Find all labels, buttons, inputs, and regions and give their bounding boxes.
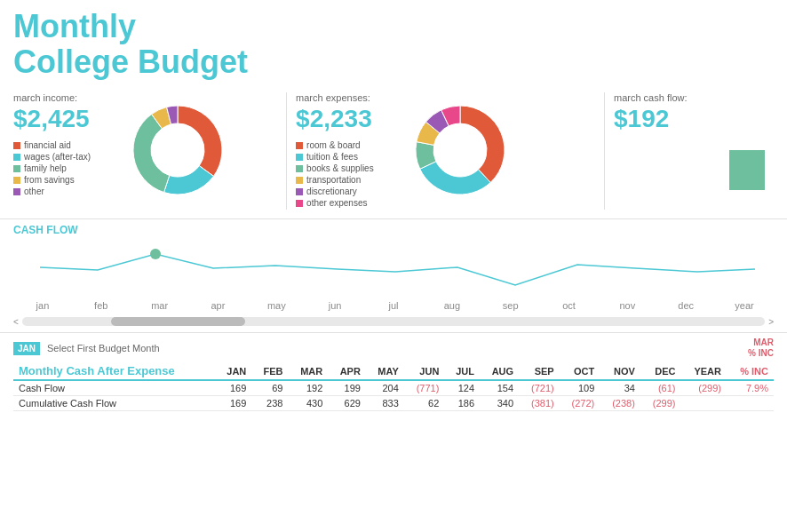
cell-value: 34 <box>600 380 640 396</box>
scroll-right-arrow[interactable]: > <box>768 317 774 327</box>
cell-value: 204 <box>366 380 404 396</box>
cashflow-amount: $192 <box>614 105 711 133</box>
income-text: march income: $2,425 financial aidwages … <box>13 92 111 198</box>
legend-color <box>296 154 303 161</box>
table-row: Cumulative Cash Flow16923843062983362186… <box>13 396 774 411</box>
legend-label: tuition & fees <box>306 152 358 162</box>
cell-value: (771) <box>404 380 445 396</box>
legend-item: from savings <box>13 175 111 185</box>
mar-inc-value <box>727 396 774 411</box>
legend-label: wages (after-tax) <box>24 152 91 162</box>
legend-label: other <box>24 187 44 196</box>
legend-color <box>296 165 303 172</box>
chart-highlight-dot <box>150 249 161 259</box>
cell-value: 109 <box>560 380 600 396</box>
legend-color <box>296 200 303 207</box>
expenses-donut-svg <box>402 92 518 208</box>
page-header: Monthly College Budget <box>0 0 787 83</box>
income-donut <box>120 92 235 208</box>
line-chart-area <box>13 236 774 298</box>
legend-item: transportation <box>296 175 394 185</box>
cell-value: 62 <box>404 396 445 411</box>
mar-inc-value: 7.9% <box>727 380 774 396</box>
legend-color <box>13 142 20 149</box>
scrollbar-area[interactable]: < > <box>13 314 774 329</box>
cashflow-bar <box>729 150 765 190</box>
expenses-legend: room & boardtuition & feesbooks & suppli… <box>296 140 394 208</box>
cell-value: 430 <box>288 396 328 411</box>
table-row: Cash Flow16969192199204(771)124154(721)1… <box>13 380 774 396</box>
cell-value: (721) <box>519 380 560 396</box>
cell-value: 124 <box>444 380 480 396</box>
legend-color <box>13 165 20 172</box>
budget-table: Monthly Cash After ExpenseJANFEBMARAPRMA… <box>13 362 774 411</box>
column-header: OCT <box>560 362 600 380</box>
expenses-donut <box>402 92 518 208</box>
chart-section: CASH FLOW janfebmaraprmayjunjulaugsepoct… <box>0 219 787 333</box>
cashflow-text: march cash flow: $192 <box>614 92 711 140</box>
cell-value: (299) <box>680 380 726 396</box>
legend-label: other expenses <box>306 198 367 208</box>
month-label: dec <box>656 300 715 311</box>
legend-color <box>13 154 20 161</box>
column-header: MAY <box>366 362 404 380</box>
cell-value: (61) <box>640 380 681 396</box>
legend-label: financial aid <box>24 140 71 150</box>
legend-item: financial aid <box>13 140 111 150</box>
legend-label: family help <box>24 163 67 173</box>
month-labels: janfebmaraprmayjunjulaugsepoctnovdecyear <box>13 298 774 314</box>
column-header: JUN <box>404 362 445 380</box>
column-header: NOV <box>600 362 640 380</box>
cell-value: (238) <box>600 396 640 411</box>
cell-value: 192 <box>288 380 328 396</box>
expenses-section: march expenses: $2,233 room & boardtuiti… <box>296 92 605 210</box>
legend-item: wages (after-tax) <box>13 152 111 162</box>
month-label: sep <box>481 300 540 311</box>
scroll-left-arrow[interactable]: < <box>13 317 19 327</box>
month-label: oct <box>540 300 599 311</box>
income-legend: financial aidwages (after-tax)family hel… <box>13 140 111 196</box>
cashflow-section: march cash flow: $192 <box>614 92 774 210</box>
legend-label: books & supplies <box>306 163 374 173</box>
legend-label: from savings <box>24 175 75 185</box>
income-donut-svg <box>120 92 235 208</box>
scrollbar-track[interactable] <box>22 317 765 326</box>
cell-value: (272) <box>560 396 600 411</box>
scrollbar-thumb[interactable] <box>111 317 245 326</box>
select-budget-month[interactable]: Select First Budget Month <box>47 343 160 353</box>
row-label: Cash Flow <box>13 380 215 396</box>
table-title: Monthly Cash After Expense <box>13 362 215 380</box>
legend-label: discretionary <box>306 187 357 196</box>
cell-value: 833 <box>366 396 404 411</box>
cell-value: 154 <box>480 380 519 396</box>
legend-color <box>13 177 20 184</box>
column-header: YEAR <box>680 362 726 380</box>
chart-label: CASH FLOW <box>13 224 774 236</box>
cash-flow-line-chart <box>13 236 774 298</box>
expenses-text: march expenses: $2,233 room & boardtuiti… <box>296 92 394 210</box>
cell-value: 169 <box>215 380 251 396</box>
legend-color <box>296 177 303 184</box>
mar-inc-col-header: % INC <box>727 362 774 380</box>
legend-label: transportation <box>306 175 361 185</box>
legend-item: books & supplies <box>296 163 394 173</box>
column-header: SEP <box>519 362 560 380</box>
cashflow-bar-container <box>720 119 774 190</box>
legend-item: family help <box>13 163 111 173</box>
month-label: mar <box>131 300 189 311</box>
legend-label: room & board <box>306 140 361 150</box>
legend-item: discretionary <box>296 187 394 196</box>
income-amount: $2,425 <box>13 105 111 133</box>
legend-item: other expenses <box>296 198 394 208</box>
expenses-amount: $2,233 <box>296 105 394 133</box>
column-header: JAN <box>215 362 251 380</box>
cell-value: (299) <box>640 396 681 411</box>
page-title: Monthly College Budget <box>13 9 774 79</box>
column-header: FEB <box>251 362 288 380</box>
income-section: march income: $2,425 financial aidwages … <box>13 92 287 210</box>
income-label: march income: <box>13 92 111 103</box>
month-label: jan <box>13 300 72 311</box>
table-header-row: JAN Select First Budget Month MAR% INC <box>13 337 774 359</box>
legend-item: room & board <box>296 140 394 150</box>
month-label: aug <box>423 300 481 311</box>
